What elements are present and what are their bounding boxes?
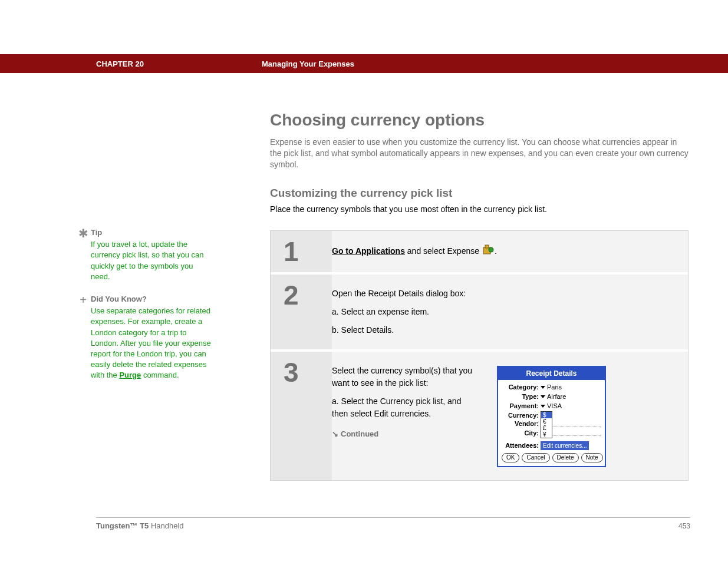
section-intro: Place the currency symbols that you use … — [270, 204, 689, 214]
currency-option-pound[interactable]: £ — [541, 425, 552, 431]
step-body: Go to Applications and select Expense . — [332, 231, 688, 272]
dyk-body-pre: Use separate categories for related expe… — [91, 306, 211, 379]
dialog-title: Receipt Details — [498, 367, 605, 380]
currency-label: Currency: — [502, 411, 541, 419]
currency-option-dollar[interactable]: $ — [541, 412, 552, 418]
step-number: 2 — [284, 282, 332, 309]
continued-label: Continued — [341, 429, 378, 438]
step3-lead: Select the currency symbol(s) that you w… — [332, 365, 479, 389]
dyk-content: Did You Know? Use separate categories fo… — [91, 294, 211, 381]
vendor-input[interactable] — [554, 419, 601, 427]
type-value[interactable]: Airfare — [541, 392, 566, 401]
step-row-3: 3 Select the currency symbol(s) that you… — [271, 352, 688, 480]
payment-text: VISA — [547, 402, 562, 409]
step1-period: . — [495, 246, 497, 255]
note-button[interactable]: Note — [581, 453, 603, 462]
type-row: Type: Airfare — [502, 392, 601, 401]
step-number: 1 — [284, 238, 332, 265]
type-label: Type: — [502, 392, 541, 401]
step-row-2: 2 Open the Receipt Details dialog box: a… — [271, 275, 688, 352]
city-label: City: — [502, 429, 541, 437]
chapter-title: Managing Your Expenses — [262, 59, 354, 68]
chapter-label: CHAPTER 20 — [96, 59, 144, 68]
dyk-body-post: command. — [141, 371, 179, 379]
dropdown-icon — [541, 405, 545, 408]
dialog-body: Category: Paris Type: Airfare Payment: V… — [498, 380, 605, 466]
step-num-cell: 3 — [271, 352, 332, 480]
page-heading: Choosing currency options — [270, 111, 689, 130]
city-input[interactable] — [554, 429, 601, 436]
dyk-title: Did You Know? — [91, 294, 211, 305]
step-row-1: 1 Go to Applications and select Expense … — [271, 231, 688, 275]
currency-pick-list[interactable]: $ € £ ¥ — [541, 411, 552, 438]
step2-b: b. Select Details. — [332, 324, 676, 336]
tip-content: Tip If you travel a lot, update the curr… — [91, 227, 211, 282]
sidebar: ✱ Tip If you travel a lot, update the cu… — [75, 227, 211, 392]
category-label: Category: — [502, 383, 541, 391]
cancel-button[interactable]: Cancel — [522, 453, 549, 462]
go-to-applications-link[interactable]: Go to Applications — [332, 246, 405, 255]
step3-a: a. Select the Currency pick list, and th… — [332, 395, 479, 420]
main-content: Choosing currency options Expense is eve… — [270, 111, 689, 481]
plus-icon: + — [75, 294, 91, 381]
dialog-button-row: OK Cancel Delete Note — [502, 453, 601, 462]
tip-title: Tip — [91, 227, 211, 238]
step-text: Select the currency symbol(s) that you w… — [332, 365, 479, 467]
continued-arrow-icon: ↘ — [332, 428, 338, 440]
payment-row: Payment: VISA — [502, 402, 601, 411]
step-body: Select the currency symbol(s) that you w… — [332, 352, 688, 480]
page-number: 453 — [678, 522, 690, 530]
tip-body: If you travel a lot, update the currency… — [91, 239, 211, 282]
purge-link[interactable]: Purge — [119, 371, 141, 379]
product-name-bold: Tungsten™ T5 — [96, 521, 149, 530]
step-text: Open the Receipt Details dialog box: a. … — [332, 287, 676, 336]
product-name-rest: Handheld — [149, 521, 183, 530]
currency-option-euro[interactable]: € — [541, 418, 552, 425]
step-num-cell: 2 — [271, 275, 332, 349]
footer-product: Tungsten™ T5 Handheld — [96, 521, 184, 530]
step-body: Open the Receipt Details dialog box: a. … — [332, 275, 688, 349]
vendor-label: Vendor: — [502, 419, 541, 428]
delete-button[interactable]: Delete — [552, 453, 579, 462]
step2-lead: Open the Receipt Details dialog box: — [332, 287, 676, 300]
dyk-body: Use separate categories for related expe… — [91, 306, 211, 381]
attendees-label: Attendees: — [502, 441, 541, 449]
currency-option-yen[interactable]: ¥ — [541, 431, 552, 438]
dropdown-icon — [541, 386, 545, 389]
payment-value[interactable]: VISA — [541, 402, 562, 410]
step-number: 3 — [284, 359, 332, 386]
type-text: Airfare — [547, 393, 566, 400]
chapter-header-bar: CHAPTER 20 Managing Your Expenses — [0, 54, 728, 73]
step-num-cell: 1 — [271, 231, 332, 272]
steps-table: 1 Go to Applications and select Expense … — [270, 230, 689, 481]
payment-label: Payment: — [502, 402, 541, 410]
dropdown-icon — [541, 395, 545, 398]
step-text: Go to Applications and select Expense . — [332, 244, 676, 259]
category-value[interactable]: Paris — [541, 383, 562, 391]
category-text: Paris — [547, 384, 562, 391]
expense-app-icon — [482, 244, 495, 259]
asterisk-icon: ✱ — [75, 227, 91, 282]
svg-point-2 — [489, 247, 493, 252]
ok-button[interactable]: OK — [502, 453, 519, 462]
step1-rest: and select Expense — [405, 246, 482, 255]
receipt-details-dialog: Receipt Details Category: Paris Type: Ai… — [497, 366, 606, 467]
edit-currencies-item[interactable]: Edit currencies... — [541, 441, 589, 450]
page-footer: Tungsten™ T5 Handheld 453 — [96, 517, 690, 530]
continued-indicator: ↘Continued — [332, 428, 479, 440]
did-you-know-block: + Did You Know? Use separate categories … — [75, 294, 211, 381]
page-intro: Expense is even easier to use when you c… — [270, 137, 689, 170]
section-heading: Customizing the currency pick list — [270, 187, 689, 200]
svg-rect-1 — [485, 245, 489, 248]
tip-block: ✱ Tip If you travel a lot, update the cu… — [75, 227, 211, 282]
step2-a: a. Select an expense item. — [332, 306, 676, 318]
category-row: Category: Paris — [502, 383, 601, 392]
attendees-row: Attendees: Edit currencies... — [502, 441, 601, 450]
